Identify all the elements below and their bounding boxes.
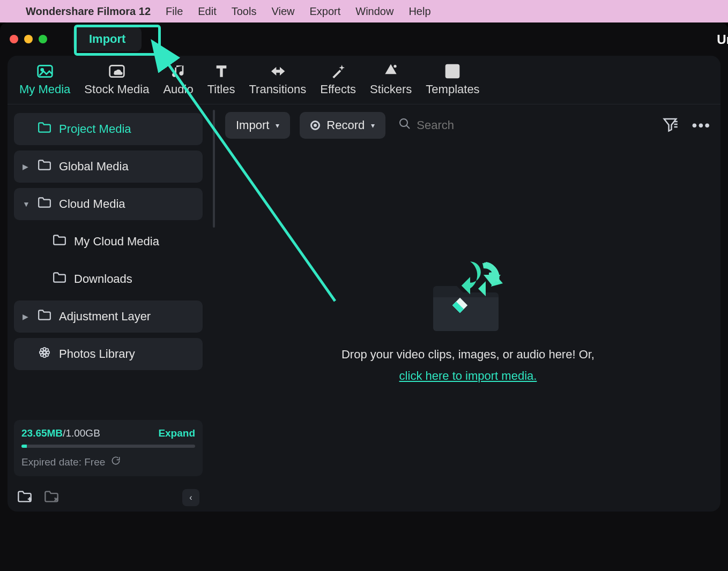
sidebar-item-downloads[interactable]: Downloads xyxy=(14,263,203,295)
collapse-sidebar-button[interactable]: ‹ xyxy=(182,489,199,506)
svg-line-21 xyxy=(406,125,410,129)
close-window-button[interactable] xyxy=(10,35,18,43)
storage-status: 23.65MB/1.00GB Expand Expired date: Free xyxy=(14,420,203,476)
menubar-app-name[interactable]: Wondershare Filmora 12 xyxy=(26,5,151,18)
sticker-icon xyxy=(381,63,400,79)
menu-help[interactable]: Help xyxy=(408,5,430,18)
minimize-window-button[interactable] xyxy=(24,35,33,43)
sidebar-item-adjustment-layer[interactable]: ▶ Adjustment Layer xyxy=(14,300,203,333)
titlebar: Import Ur xyxy=(0,22,728,56)
titlebar-right-text: Ur xyxy=(717,32,728,47)
tab-label: Templates xyxy=(426,82,479,96)
folder-icon xyxy=(38,159,51,174)
cloud-icon xyxy=(107,63,127,79)
menu-window[interactable]: Window xyxy=(355,5,393,18)
new-folder-icon[interactable] xyxy=(17,490,32,505)
folder-icon xyxy=(53,234,66,249)
templates-icon xyxy=(443,63,462,79)
menu-file[interactable]: File xyxy=(166,5,183,18)
sidebar-item-label: Photos Library xyxy=(59,347,135,361)
tab-stickers[interactable]: Stickers xyxy=(370,63,412,96)
search-field[interactable] xyxy=(395,112,652,139)
filter-icon[interactable] xyxy=(662,116,678,134)
caret-right-icon: ▶ xyxy=(23,312,30,321)
import-media-link[interactable]: click here to import media. xyxy=(399,369,537,383)
import-label: Import xyxy=(236,118,269,132)
tab-label: Titles xyxy=(207,82,235,96)
app-window: Import Ur My Media Stock Media Audio Tit… xyxy=(0,22,728,571)
caret-down-icon: ▼ xyxy=(23,200,30,208)
import-button-top[interactable]: Import xyxy=(73,27,142,51)
svg-point-12 xyxy=(41,349,44,352)
media-sidebar: Project Media ▶ Global Media ▼ Cloud Med… xyxy=(8,104,212,512)
magic-wand-icon xyxy=(329,63,348,79)
menu-tools[interactable]: Tools xyxy=(232,5,257,18)
svg-point-3 xyxy=(394,65,397,67)
delete-folder-icon[interactable] xyxy=(44,490,59,505)
tab-templates[interactable]: Templates xyxy=(426,63,479,96)
photos-flower-icon xyxy=(38,347,51,362)
storage-used: 23.65MB xyxy=(21,427,63,439)
drop-instruction-text: Drop your video clips, images, or audio … xyxy=(341,348,595,362)
tab-label: Effects xyxy=(320,82,356,96)
media-toolbar: Import ▾ Record ▾ ••• xyxy=(225,112,711,139)
tab-label: Transitions xyxy=(249,82,306,96)
sidebar-item-label: Cloud Media xyxy=(59,197,125,211)
folder-icon xyxy=(38,122,51,137)
music-note-icon xyxy=(169,63,188,79)
tab-label: My Media xyxy=(19,82,70,96)
sidebar-item-cloud-media[interactable]: ▼ Cloud Media xyxy=(14,188,203,220)
work-row: Project Media ▶ Global Media ▼ Cloud Med… xyxy=(8,104,720,512)
storage-text: 23.65MB/1.00GB xyxy=(21,427,100,439)
sidebar-item-photos-library[interactable]: Photos Library xyxy=(14,338,203,370)
media-drop-area[interactable]: Drop your video clips, images, or audio … xyxy=(225,139,711,504)
refresh-icon[interactable] xyxy=(110,455,121,469)
menu-edit[interactable]: Edit xyxy=(198,5,216,18)
sidebar-item-project-media[interactable]: Project Media xyxy=(14,113,203,145)
more-options-icon[interactable]: ••• xyxy=(692,117,711,134)
panel-splitter[interactable] xyxy=(212,104,216,512)
search-icon xyxy=(398,117,411,133)
tab-transitions[interactable]: Transitions xyxy=(249,63,306,96)
sidebar-item-my-cloud-media[interactable]: My Cloud Media xyxy=(14,226,203,258)
transitions-icon xyxy=(268,63,287,79)
mac-menubar: Wondershare Filmora 12 File Edit Tools V… xyxy=(0,0,728,22)
folder-icon xyxy=(38,309,51,324)
tab-label: Audio xyxy=(163,82,193,96)
search-input[interactable] xyxy=(417,118,649,132)
svg-point-7 xyxy=(43,351,46,354)
caret-right-icon: ▶ xyxy=(23,162,30,171)
tab-my-media[interactable]: My Media xyxy=(19,63,70,96)
tab-label: Stickers xyxy=(370,82,412,96)
sidebar-item-label: Adjustment Layer xyxy=(59,310,151,324)
tab-stock-media[interactable]: Stock Media xyxy=(84,63,149,96)
chevron-down-icon: ▾ xyxy=(371,121,375,130)
tab-effects[interactable]: Effects xyxy=(320,63,356,96)
sidebar-item-label: My Cloud Media xyxy=(74,235,159,249)
tab-titles[interactable]: Titles xyxy=(207,63,235,96)
sidebar-bottom-tools: ‹ xyxy=(14,482,203,506)
import-dropdown-button[interactable]: Import ▾ xyxy=(225,112,290,139)
expand-storage-link[interactable]: Expand xyxy=(158,427,195,439)
menu-view[interactable]: View xyxy=(271,5,294,18)
media-content-area: Import ▾ Record ▾ ••• xyxy=(216,104,720,512)
fullscreen-window-button[interactable] xyxy=(39,35,47,43)
my-media-icon xyxy=(35,63,55,79)
svg-point-20 xyxy=(400,119,407,126)
svg-point-14 xyxy=(41,354,44,357)
media-panel: My Media Stock Media Audio Titles Transi… xyxy=(8,56,720,512)
folder-icon xyxy=(38,197,51,212)
menu-export[interactable]: Export xyxy=(309,5,340,18)
tab-audio[interactable]: Audio xyxy=(163,63,193,96)
window-controls xyxy=(10,35,47,43)
storage-expired-text: Expired date: Free xyxy=(21,456,105,468)
storage-total: 1.00GB xyxy=(65,427,100,439)
record-dropdown-button[interactable]: Record ▾ xyxy=(300,112,385,139)
sidebar-item-label: Global Media xyxy=(59,160,129,174)
record-label: Record xyxy=(326,118,365,132)
folder-icon xyxy=(53,272,66,287)
svg-point-13 xyxy=(46,349,49,352)
chevron-left-icon: ‹ xyxy=(189,493,192,502)
sidebar-item-global-media[interactable]: ▶ Global Media xyxy=(14,151,203,183)
chevron-down-icon: ▾ xyxy=(276,121,279,130)
